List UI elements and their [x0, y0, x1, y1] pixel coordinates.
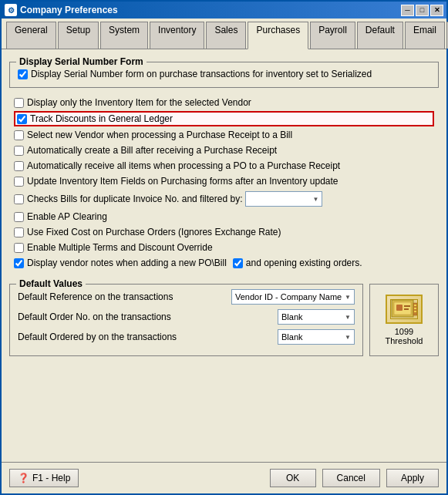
close-button[interactable]: ✕ [430, 5, 443, 16]
tab-sales[interactable]: Sales [206, 22, 246, 49]
field-select-2[interactable]: Blank ▼ [278, 329, 355, 345]
tab-purchases[interactable]: Purchases [248, 22, 308, 49]
field-select-1[interactable]: Blank ▼ [278, 309, 355, 325]
field-select-0-arrow: ▼ [345, 294, 351, 301]
option-row-3: Automatically create a Bill after receiv… [14, 143, 434, 157]
serial-number-group: Display Serial Number Form Display Seria… [9, 62, 439, 88]
field-select-0[interactable]: Vendor ID - Company Name ▼ [231, 289, 355, 305]
option-label-2: Select new Vendor when processing a Purc… [27, 130, 292, 140]
tab-setup[interactable]: Setup [58, 22, 99, 49]
field-select-2-arrow: ▼ [345, 334, 351, 341]
default-values-title: Default Values [16, 278, 86, 289]
field-label-2: Default Ordered by on the transactions [18, 332, 177, 342]
apply-button[interactable]: Apply [386, 469, 439, 487]
option-checkbox-3[interactable] [14, 146, 24, 156]
option-checkbox-2[interactable] [14, 130, 24, 140]
option-label-1: Track Discounts in General Ledger [30, 113, 173, 124]
maximize-button[interactable]: □ [416, 5, 429, 16]
option-label-9: Enable Multiple Terms and Discount Overr… [27, 242, 213, 253]
svg-rect-7 [414, 308, 416, 309]
option-row-8: Use Fixed Cost on Purchase Orders (Ignor… [14, 225, 434, 239]
tab-system[interactable]: System [100, 22, 148, 49]
serial-checkbox-label: Display Serial Number form on purchase t… [31, 69, 372, 79]
tab-inventory[interactable]: Inventory [150, 22, 204, 49]
window-title: Company Preferences [20, 5, 401, 15]
option-row-10: Display vendor notes when adding a new P… [14, 256, 434, 270]
option-label-10: Display vendor notes when adding a new P… [27, 258, 227, 268]
option-checkbox-9[interactable] [14, 243, 24, 253]
main-content: Display Serial Number Form Display Seria… [2, 49, 446, 462]
serial-group-title: Display Serial Number Form [16, 56, 147, 67]
option-checkbox-0[interactable] [14, 98, 24, 108]
footer: ❓ F1 - Help OK Cancel Apply [2, 462, 446, 493]
option-checkbox-1[interactable] [17, 114, 27, 124]
option-row-2: Select new Vendor when processing a Purc… [14, 128, 434, 142]
app-icon: ⚙ [5, 4, 17, 16]
field-row-0: Default Reference on the transactions Ve… [18, 289, 355, 305]
option-label-3: Automatically create a Bill after receiv… [27, 145, 277, 156]
window-controls: ─ □ ✕ [401, 5, 443, 16]
option-label-0: Display only the Inventory Item for the … [27, 97, 251, 108]
threshold-icon-svg [390, 298, 418, 320]
options-section: Display only the Inventory Item for the … [9, 93, 439, 273]
option-row-9: Enable Multiple Terms and Discount Overr… [14, 241, 434, 254]
field-row-1: Default Order No. on the transactions Bl… [18, 309, 355, 325]
threshold-box[interactable]: 1099 Threshold [369, 284, 439, 356]
svg-rect-1 [394, 302, 411, 315]
bottom-section: Default Values Default Reference on the … [9, 278, 439, 356]
option-checkbox-7[interactable] [14, 212, 24, 222]
option-checkbox-5[interactable] [14, 177, 24, 187]
ok-button[interactable]: OK [270, 469, 316, 487]
threshold-icon [386, 295, 423, 324]
default-values-group: Default Values Default Reference on the … [9, 284, 363, 356]
option-row-1: Track Discounts in General Ledger [14, 111, 434, 126]
help-button[interactable]: ❓ F1 - Help [9, 469, 79, 487]
svg-rect-6 [414, 305, 416, 306]
option-label-6: Checks Bills for duplicate Invoice No. a… [27, 194, 242, 204]
field-select-2-value: Blank [281, 332, 303, 342]
svg-rect-4 [404, 308, 409, 310]
option-row-4: Automatically receive all items when pro… [14, 159, 434, 173]
duplicate-select-arrow: ▼ [313, 196, 319, 203]
duplicate-filter-select[interactable]: ▼ [245, 191, 322, 207]
footer-left: ❓ F1 - Help [9, 469, 79, 487]
tab-bar: General Setup System Inventory Sales Pur… [2, 19, 446, 49]
help-icon: ❓ [18, 473, 29, 483]
title-bar: ⚙ Company Preferences ─ □ ✕ [2, 2, 446, 19]
option-row-5: Update Inventory Item Fields on Purchasi… [14, 174, 434, 188]
option-checkbox-6[interactable] [14, 194, 24, 204]
tab-general[interactable]: General [6, 22, 56, 49]
minimize-button[interactable]: ─ [401, 5, 414, 16]
svg-rect-2 [396, 305, 403, 311]
field-select-1-value: Blank [281, 312, 303, 322]
option-checkbox-10b[interactable] [233, 258, 243, 268]
tab-email[interactable]: Email [405, 22, 445, 49]
option-checkbox-8[interactable] [14, 227, 24, 237]
option-label-7: Enable AP Clearing [27, 211, 107, 222]
option-label-5: Update Inventory Item Fields on Purchasi… [27, 176, 339, 187]
option-row-6: Checks Bills for duplicate Invoice No. a… [14, 190, 434, 208]
field-row-2: Default Ordered by on the transactions B… [18, 329, 355, 345]
option-row-0: Display only the Inventory Item for the … [14, 96, 434, 109]
cancel-button[interactable]: Cancel [322, 469, 380, 487]
field-select-1-arrow: ▼ [345, 314, 351, 321]
svg-rect-0 [392, 300, 413, 317]
serial-checkbox[interactable] [18, 69, 28, 79]
field-label-0: Default Reference on the transactions [18, 291, 173, 302]
option-checkbox-10[interactable] [14, 258, 24, 268]
threshold-label: 1099 Threshold [375, 327, 433, 345]
tab-default[interactable]: Default [357, 22, 403, 49]
field-select-0-value: Vendor ID - Company Name [235, 292, 342, 301]
svg-rect-8 [414, 311, 416, 312]
tab-payroll[interactable]: Payroll [310, 22, 355, 49]
main-window: ⚙ Company Preferences ─ □ ✕ General Setu… [0, 0, 448, 495]
serial-checkbox-row: Display Serial Number form on purchase t… [18, 67, 430, 81]
option-label-10-and: and opening existing orders. [246, 258, 362, 268]
help-label: F1 - Help [32, 473, 70, 483]
footer-right: OK Cancel Apply [270, 469, 439, 487]
option-row-7: Enable AP Clearing [14, 210, 434, 224]
field-label-1: Default Order No. on the transactions [18, 311, 171, 322]
option-label-4: Automatically receive all items when pro… [27, 160, 340, 171]
option-label-8: Use Fixed Cost on Purchase Orders (Ignor… [27, 227, 281, 237]
option-checkbox-4[interactable] [14, 161, 24, 171]
